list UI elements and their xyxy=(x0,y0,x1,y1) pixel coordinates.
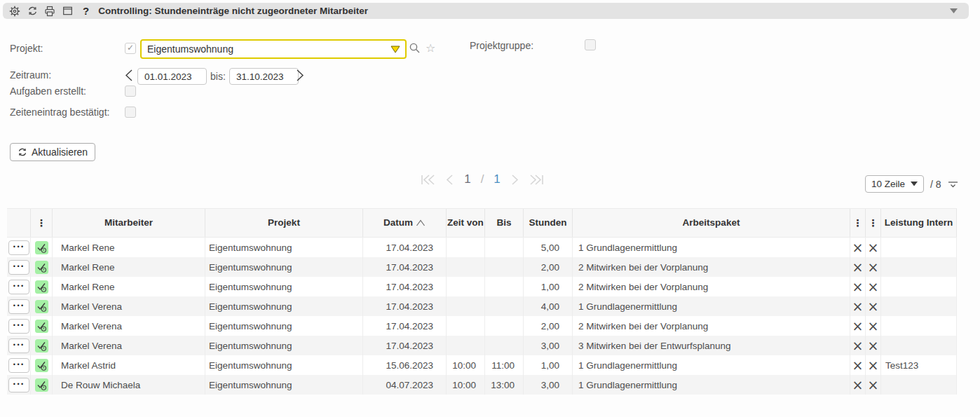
cell-stunden: 1,00 xyxy=(524,277,573,296)
date-to-input[interactable]: 31.10.2023 xyxy=(229,68,299,85)
remove-assignment-button[interactable]: × xyxy=(868,320,879,333)
row-actions-button[interactable]: ••• xyxy=(8,358,29,373)
remove-assignment-button[interactable]: × xyxy=(868,359,879,372)
cell-projekt: Eigentumswohnung xyxy=(205,336,363,355)
delete-entry-button[interactable]: × xyxy=(852,280,864,294)
sort-ascending-icon xyxy=(416,219,426,226)
column-header-mitarbeiter[interactable]: Mitarbeiter xyxy=(53,209,205,237)
cell-arbeitspaket: 1 Grundlagenermittlung xyxy=(573,238,850,257)
aufgaben-erstellt-checkbox[interactable] xyxy=(125,86,136,97)
previous-page-icon[interactable] xyxy=(445,174,454,186)
table-body: ••• Markel Rene Eigentumswohnung 17.04.2… xyxy=(7,238,957,395)
column-header-arbeitspaket[interactable]: Arbeitspaket xyxy=(573,209,850,237)
cell-zeit-von: 10:00 xyxy=(447,355,485,375)
help-icon[interactable]: ? xyxy=(83,5,89,17)
remove-assignment-button[interactable]: × xyxy=(868,378,879,392)
filter-collapse-icon[interactable] xyxy=(948,180,958,189)
confirm-time-entry-button[interactable] xyxy=(35,280,48,294)
cell-mitarbeiter: Markel Rene xyxy=(53,257,205,277)
row-actions-button[interactable]: ••• xyxy=(8,339,29,353)
remove-assignment-button[interactable]: × xyxy=(868,261,879,274)
column-header-zeit-von[interactable]: Zeit von xyxy=(447,209,485,237)
page-title: Controlling: Stundeneinträge nicht zugeo… xyxy=(98,6,368,16)
cell-bis: 13:00 xyxy=(485,375,524,395)
delete-entry-button[interactable]: × xyxy=(852,359,864,372)
cell-datum: 17.04.2023 xyxy=(363,336,447,355)
projekt-select[interactable]: Eigentumswohnung xyxy=(140,39,407,59)
chevron-down-icon xyxy=(911,182,918,186)
column-header-stunden[interactable]: Stunden xyxy=(524,209,573,237)
cell-stunden: 2,00 xyxy=(524,257,573,277)
cell-datum: 17.04.2023 xyxy=(363,238,447,257)
previous-period-icon[interactable] xyxy=(124,69,135,82)
current-page[interactable]: 1 xyxy=(464,172,470,186)
titlebar-collapse-icon[interactable] xyxy=(950,8,958,14)
cell-datum: 17.04.2023 xyxy=(363,277,447,296)
print-icon[interactable] xyxy=(43,5,56,18)
cell-zeit-von xyxy=(447,316,485,336)
zeiteneintrag-bestaetigt-checkbox[interactable] xyxy=(125,107,136,118)
refresh-icon[interactable] xyxy=(26,5,39,18)
column-header-bis[interactable]: Bis xyxy=(485,209,524,237)
cell-datum: 17.04.2023 xyxy=(363,257,447,277)
delete-entry-button[interactable]: × xyxy=(852,261,864,274)
row-actions-button[interactable]: ••• xyxy=(8,260,29,275)
first-page-icon[interactable] xyxy=(420,174,435,186)
cell-leistung-intern xyxy=(881,238,957,257)
row-actions-button[interactable]: ••• xyxy=(8,299,29,314)
delete-entry-button[interactable]: × xyxy=(852,320,864,333)
rows-per-page-select[interactable]: 10 Zeile xyxy=(865,175,924,193)
search-icon[interactable] xyxy=(409,42,421,54)
settings-icon[interactable] xyxy=(8,5,21,18)
chevron-down-icon xyxy=(390,46,400,53)
delete-entry-button[interactable]: × xyxy=(852,339,864,353)
date-from-input[interactable]: 01.01.2023 xyxy=(137,68,207,85)
next-page-icon[interactable] xyxy=(510,174,519,186)
row-actions-button[interactable]: ••• xyxy=(8,280,29,294)
confirm-time-entry-button[interactable] xyxy=(35,359,48,372)
check-clock-icon xyxy=(35,359,48,372)
remove-assignment-button[interactable]: × xyxy=(868,280,879,294)
row-actions-button[interactable]: ••• xyxy=(8,378,29,392)
delete-entry-button[interactable]: × xyxy=(852,378,864,392)
cell-stunden: 5,00 xyxy=(524,238,573,257)
favorite-star-icon[interactable]: ☆ xyxy=(426,41,435,55)
remove-assignment-button[interactable]: × xyxy=(868,241,879,254)
cell-zeit-von xyxy=(447,257,485,277)
remove-assignment-button[interactable]: × xyxy=(868,300,879,313)
confirm-time-entry-button[interactable] xyxy=(35,261,48,274)
delete-entry-button[interactable]: × xyxy=(852,300,864,313)
column-menu-icon[interactable]: ⋮ xyxy=(850,209,866,237)
column-header-leistung-intern[interactable]: Leistung Intern xyxy=(881,209,957,237)
cell-stunden: 3,00 xyxy=(524,336,573,355)
confirm-time-entry-button[interactable] xyxy=(35,378,48,392)
confirm-time-entry-button[interactable] xyxy=(35,339,48,353)
table-row: ••• De Rouw Michaela Eigentumswohnung 04… xyxy=(7,375,957,395)
delete-entry-button[interactable]: × xyxy=(852,241,864,254)
next-period-icon[interactable] xyxy=(294,69,305,82)
last-page-icon[interactable] xyxy=(529,174,545,186)
row-actions-button[interactable]: ••• xyxy=(8,240,29,255)
aktualisieren-button[interactable]: Aktualisieren xyxy=(10,143,95,161)
confirm-time-entry-button[interactable] xyxy=(35,241,48,254)
window-icon[interactable] xyxy=(61,5,74,18)
row-actions-button[interactable]: ••• xyxy=(8,319,29,334)
check-clock-icon xyxy=(35,280,48,294)
ellipsis-icon: ••• xyxy=(13,303,25,309)
cell-leistung-intern xyxy=(881,375,957,395)
cell-leistung-intern xyxy=(881,316,957,336)
column-header-datum[interactable]: Datum xyxy=(363,209,447,237)
confirm-time-entry-button[interactable] xyxy=(35,300,48,313)
cell-mitarbeiter: Markel Astrid xyxy=(53,355,205,375)
column-header-projekt[interactable]: Projekt xyxy=(205,209,363,237)
column-menu-icon[interactable]: ⋮ xyxy=(31,209,53,237)
cell-arbeitspaket: 3 Mitwirken bei der Entwurfsplanung xyxy=(573,336,850,355)
projekt-filter-checkbox[interactable] xyxy=(125,43,136,54)
column-menu-icon[interactable]: ⋮ xyxy=(866,209,881,237)
remove-assignment-button[interactable]: × xyxy=(868,339,879,353)
cell-stunden: 2,00 xyxy=(524,316,573,336)
cell-arbeitspaket: 1 Grundlagenermittlung xyxy=(573,375,850,395)
projektgruppe-checkbox[interactable] xyxy=(585,39,596,50)
confirm-time-entry-button[interactable] xyxy=(35,320,48,333)
cell-zeit-von xyxy=(447,277,485,296)
